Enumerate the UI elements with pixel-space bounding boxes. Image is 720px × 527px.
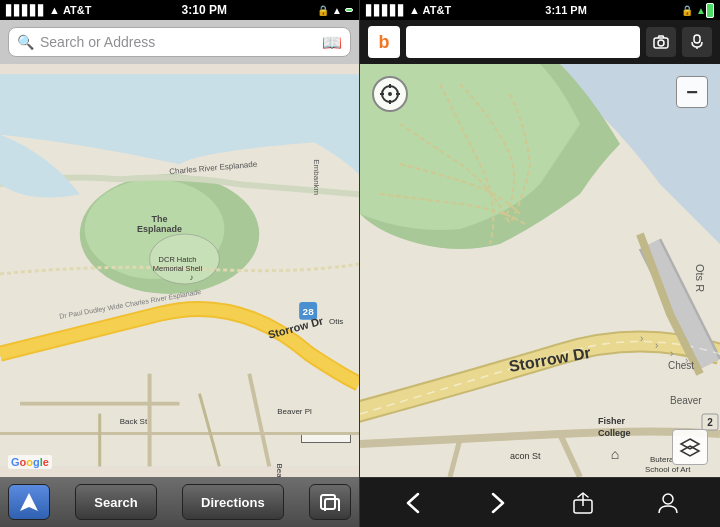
svg-text:Ots R: Ots R	[694, 264, 706, 292]
left-search-icon: 🔍	[17, 34, 34, 50]
left-bottom-bar: Search Directions	[0, 477, 359, 527]
right-phone: ▋▋▋▋▋ ▲ AT&T 3:11 PM 🔒 ▲ b	[360, 0, 720, 527]
svg-text:28: 28	[303, 306, 315, 317]
svg-text:Chest: Chest	[668, 360, 694, 371]
right-carrier-area: ▋▋▋▋▋ ▲ AT&T	[366, 4, 451, 16]
svg-text:Beaver: Beaver	[275, 463, 284, 477]
svg-text:Beaver Pl: Beaver Pl	[277, 407, 312, 416]
svg-text:♪: ♪	[189, 273, 193, 282]
right-status-bar: ▋▋▋▋▋ ▲ AT&T 3:11 PM 🔒 ▲	[360, 0, 720, 20]
right-wifi-icon: ▲	[409, 4, 420, 16]
svg-text:acon St: acon St	[510, 451, 541, 461]
left-status-bar: ▋▋▋▋▋ ▲ AT&T 3:10 PM 🔒 ▲	[0, 0, 359, 20]
left-signal-icon: ▋▋▋▋▋	[6, 5, 46, 16]
layers-button[interactable]	[672, 429, 708, 465]
right-gps-icon: ▲	[696, 5, 706, 16]
camera-icon-btn[interactable]	[646, 27, 676, 57]
scale-bar	[301, 435, 351, 443]
svg-text:2: 2	[707, 417, 713, 428]
profile-button[interactable]	[646, 485, 690, 521]
right-search-input[interactable]	[406, 26, 640, 58]
svg-text:Back St: Back St	[120, 417, 148, 426]
left-bookmark-icon: 📖	[322, 33, 342, 52]
left-carrier-area: ▋▋▋▋▋ ▲ AT&T	[6, 4, 91, 16]
right-battery-icon	[706, 3, 714, 18]
right-right-status: 🔒 ▲	[681, 4, 714, 16]
svg-point-31	[658, 40, 664, 46]
svg-text:Otis: Otis	[329, 317, 343, 326]
svg-text:Fisher: Fisher	[598, 416, 626, 426]
left-map[interactable]: 28 The Esplanade DCR Hatch Memorial Shel…	[0, 64, 359, 477]
left-wifi-icon: ▲	[49, 4, 60, 16]
svg-text:›: ›	[640, 333, 643, 344]
right-lock-icon: 🔒	[681, 5, 693, 16]
left-carrier-label: AT&T	[63, 4, 92, 16]
svg-text:School of Art: School of Art	[645, 465, 691, 474]
right-bottom-bar	[360, 477, 720, 527]
left-search-input-container[interactable]: 🔍 Search or Address 📖	[8, 27, 351, 57]
search-button[interactable]: Search	[75, 484, 156, 520]
microphone-icon-btn[interactable]	[682, 27, 712, 57]
svg-text:The: The	[152, 214, 168, 224]
locate-button[interactable]	[8, 484, 50, 520]
back-button[interactable]	[391, 485, 435, 521]
svg-text:Butera: Butera	[650, 455, 674, 464]
left-search-bar: 🔍 Search or Address 📖	[0, 20, 359, 64]
left-gps-icon: ▲	[332, 5, 342, 16]
svg-text:Embankm: Embankm	[312, 159, 321, 195]
right-search-bar: b	[360, 20, 720, 64]
right-search-icons	[646, 27, 712, 57]
forward-button[interactable]	[476, 485, 520, 521]
zoom-out-button[interactable]: −	[676, 76, 708, 108]
share-button[interactable]	[561, 485, 605, 521]
left-lock-icon: 🔒	[317, 5, 329, 16]
left-search-placeholder: Search or Address	[40, 34, 316, 50]
right-carrier-label: AT&T	[423, 4, 452, 16]
svg-marker-57	[681, 439, 699, 449]
right-map[interactable]: › › › › Storrow Dr Ots R Chest	[360, 64, 720, 477]
directions-button[interactable]: Directions	[182, 484, 284, 520]
right-signal-icon: ▋▋▋▋▋	[366, 5, 406, 16]
svg-rect-28	[321, 495, 335, 509]
svg-marker-27	[20, 493, 38, 511]
left-phone: ▋▋▋▋▋ ▲ AT&T 3:10 PM 🔒 ▲ 🔍 Search or Add…	[0, 0, 360, 527]
locate-button-right[interactable]	[372, 76, 408, 112]
svg-text:DCR Hatch: DCR Hatch	[159, 255, 197, 264]
svg-rect-32	[694, 35, 700, 43]
google-logo: Google	[8, 455, 52, 469]
svg-text:›: ›	[655, 340, 658, 351]
svg-point-60	[663, 494, 673, 504]
right-time: 3:11 PM	[545, 4, 587, 16]
svg-text:⌂: ⌂	[611, 446, 619, 462]
left-battery-icon	[345, 8, 353, 12]
svg-point-52	[388, 92, 392, 96]
svg-text:Esplanade: Esplanade	[137, 224, 182, 234]
svg-text:College: College	[598, 428, 631, 438]
left-time: 3:10 PM	[182, 3, 227, 17]
svg-text:Memorial Shell: Memorial Shell	[153, 264, 203, 273]
svg-text:Beaver: Beaver	[670, 395, 702, 406]
bing-logo: b	[368, 26, 400, 58]
svg-marker-58	[681, 446, 699, 456]
page-button[interactable]	[309, 484, 351, 520]
left-right-status: 🔒 ▲	[317, 5, 353, 16]
svg-text:›: ›	[670, 348, 673, 359]
